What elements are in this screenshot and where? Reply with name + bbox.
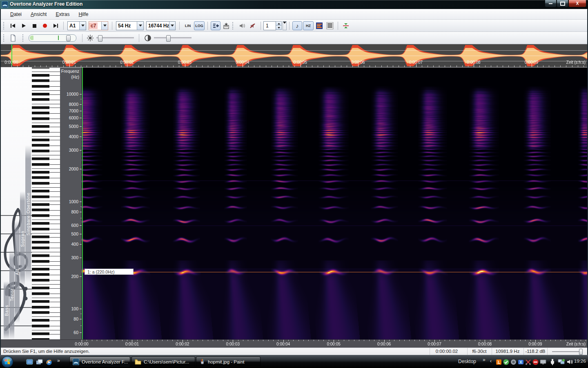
toolbar-separator	[261, 22, 261, 30]
status-level: -118.2 dB	[523, 348, 548, 355]
titlebar[interactable]: Overtone Analyzer Free Edition X	[0, 0, 588, 9]
tray-display-icon[interactable]	[540, 359, 546, 365]
desktop-toolbar-chevron[interactable]: »	[483, 357, 486, 363]
tray-collapse-arrow[interactable]: ‹	[490, 358, 492, 364]
hz-display-toggle[interactable]: HZ	[303, 21, 314, 30]
tray-gear-icon[interactable]	[510, 359, 517, 365]
taskbar-clock[interactable]: 19:26	[574, 359, 586, 364]
freq-tick-label: 300	[71, 255, 78, 260]
lines-view-button[interactable]	[325, 21, 335, 30]
restore-icon	[560, 2, 565, 6]
menu-ansicht[interactable]: Ansicht	[26, 10, 51, 18]
frequency-axis-unit: (Hz)	[71, 74, 79, 79]
dropdown-arrow-icon[interactable]	[137, 22, 143, 30]
freq-tick-label: 5000	[69, 124, 78, 129]
status-slider-track[interactable]	[552, 351, 581, 352]
close-button[interactable]: X	[568, 0, 586, 7]
freq-tick-label: 80	[74, 316, 78, 321]
play-button[interactable]	[19, 21, 29, 30]
dropdown-arrow-icon[interactable]	[101, 22, 108, 30]
menu-datei[interactable]: Datei	[6, 10, 26, 18]
toolbar-grip[interactable]	[22, 34, 24, 42]
toolbar-separator	[179, 22, 180, 30]
tray-volume-icon[interactable]	[567, 359, 573, 365]
vocal-range-bar-sopran[interactable]: Sopran	[20, 191, 25, 286]
log-scale-button[interactable]: LOG	[194, 21, 205, 30]
collapse-split-button[interactable]	[341, 21, 351, 30]
switch-windows-icon[interactable]	[36, 359, 43, 365]
spin-down-button[interactable]	[276, 25, 281, 29]
menu-hilfe[interactable]: Hilfe	[74, 10, 93, 18]
toolbar-grip[interactable]	[3, 34, 5, 42]
piano-marker-button[interactable]	[221, 21, 231, 30]
skip-end-button[interactable]	[51, 21, 60, 30]
dropdown-arrow-icon[interactable]	[79, 22, 86, 30]
dropdown-arrow-icon[interactable]	[169, 22, 175, 30]
contrast-slider-thumb[interactable]	[166, 35, 171, 42]
toolbar-grip[interactable]	[232, 22, 234, 29]
new-document-button[interactable]	[8, 34, 18, 43]
tray-antivirus-icon[interactable]	[503, 359, 509, 365]
minimize-icon	[549, 3, 552, 4]
quicklaunch-chevron[interactable]: »	[57, 358, 60, 364]
restore-button[interactable]	[557, 0, 568, 7]
overview-canvas[interactable]	[0, 45, 588, 67]
min-freq-combobox[interactable]: 54 Hz	[116, 21, 144, 30]
max-freq-combobox[interactable]: 16744 Hz	[146, 21, 176, 30]
spectrogram-canvas[interactable]	[82, 67, 588, 339]
vocal-range-bar-tenor[interactable]: Tenor	[9, 250, 14, 339]
spectrogram-view-button[interactable]	[314, 21, 324, 30]
vocal-range-bar-singbare-obert-ne[interactable]: Singbare Obertöne	[25, 145, 31, 282]
tray-java-icon[interactable]	[496, 359, 502, 365]
toolbar-separator	[112, 22, 112, 30]
toolbar-separator	[289, 22, 290, 30]
brightness-slider[interactable]	[96, 37, 134, 39]
stop-button[interactable]	[29, 21, 39, 30]
tray-scissors-icon[interactable]	[525, 359, 531, 365]
desktop-toolbar-label[interactable]: Desktop	[458, 359, 476, 364]
minimize-button[interactable]	[545, 0, 557, 7]
taskbar-button-explorer[interactable]: C:\Users\sem\Pictur...	[131, 357, 195, 367]
spin-up-button[interactable]	[276, 22, 281, 25]
close-icon: X	[576, 2, 579, 6]
tray-power-icon[interactable]	[550, 359, 555, 365]
speaker-button[interactable]	[237, 21, 247, 30]
status-slider-thumb[interactable]	[579, 349, 583, 355]
start-button[interactable]	[1, 356, 13, 368]
record-button[interactable]	[40, 21, 50, 30]
status-zoom-slider[interactable]	[547, 348, 587, 355]
vocal-range-bar-bass[interactable]: Bass	[4, 281, 9, 339]
tray-bluetooth-icon[interactable]	[518, 359, 524, 365]
media-player-icon[interactable]	[46, 359, 52, 366]
mute-button[interactable]	[248, 21, 258, 30]
tray-blocked-icon[interactable]	[532, 359, 539, 365]
channel-spinner[interactable]: 1	[263, 21, 287, 30]
brightness-slider-thumb[interactable]	[98, 35, 102, 42]
show-desktop-icon[interactable]	[26, 359, 33, 365]
pitch-cursor-line[interactable]	[82, 272, 588, 272]
brightness-icon	[87, 34, 94, 42]
channel-value[interactable]: 1	[263, 21, 276, 30]
low-note-combobox[interactable]: A1	[67, 21, 86, 30]
freq-tick-label: 6000	[69, 115, 78, 120]
skip-start-button[interactable]	[8, 21, 18, 30]
toolbar-grip[interactable]	[3, 22, 5, 29]
toolbar-separator	[63, 22, 64, 30]
piano-keyboard[interactable]	[32, 67, 60, 339]
note-display-toggle[interactable]: ♪	[292, 21, 302, 30]
menubar: Datei Ansicht Extras Hilfe	[0, 9, 588, 20]
playhead-line[interactable]	[82, 67, 83, 339]
zoom-range-thumb[interactable]	[66, 35, 71, 41]
tray-network-icon[interactable]	[558, 359, 565, 365]
contrast-slider[interactable]	[154, 37, 192, 39]
vocal-range-bar-alt[interactable]: Alt	[15, 221, 20, 323]
taskbar-button-paint[interactable]: hopmit.jpg - Paint	[196, 357, 261, 367]
linear-scale-button[interactable]: LIN	[183, 21, 193, 30]
freq-tick-label: 10000	[67, 92, 78, 96]
channel-dropdown-button[interactable]	[283, 21, 287, 30]
high-note-combobox[interactable]: c7	[89, 21, 108, 30]
menu-extras[interactable]: Extras	[51, 10, 74, 18]
export-panel-button[interactable]	[211, 21, 220, 30]
taskbar-button-overtone[interactable]: Overtone Analyzer F...	[69, 357, 130, 367]
zoom-range-widget[interactable]	[29, 34, 76, 42]
